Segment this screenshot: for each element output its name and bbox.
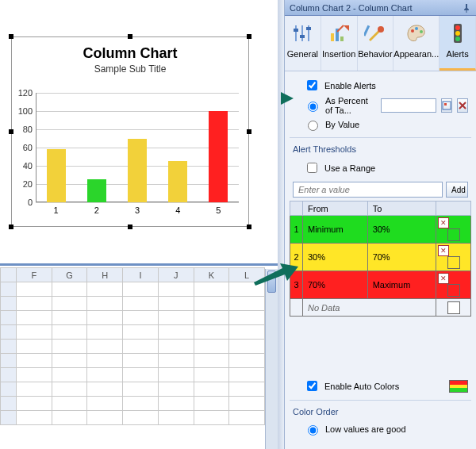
row-header[interactable] (1, 382, 17, 397)
cell[interactable] (123, 282, 159, 297)
cell[interactable] (158, 397, 194, 411)
cell[interactable] (52, 382, 87, 397)
delete-threshold-button[interactable]: ✕ (438, 245, 449, 256)
cell[interactable] (158, 340, 194, 354)
cell[interactable] (158, 411, 194, 425)
cell[interactable] (194, 397, 229, 411)
add-threshold-button[interactable]: Add (446, 182, 468, 198)
color-swatch[interactable] (447, 301, 460, 314)
threshold-row[interactable]: 370%Maximum✕ (290, 271, 471, 299)
cell[interactable] (17, 340, 52, 354)
column-header[interactable]: I (123, 268, 159, 282)
cell[interactable] (229, 368, 265, 382)
cell[interactable] (123, 354, 159, 368)
cell[interactable] (229, 325, 265, 340)
row-header[interactable] (1, 325, 17, 340)
cell[interactable] (52, 340, 87, 354)
cell[interactable] (194, 340, 229, 354)
cell[interactable] (87, 325, 123, 340)
cell[interactable] (123, 297, 159, 311)
tab-behavior[interactable]: Behavior (358, 16, 394, 71)
row-header[interactable] (1, 411, 17, 425)
cell[interactable] (123, 397, 159, 411)
tab-general[interactable]: General (285, 16, 321, 71)
low-good-input[interactable] (308, 425, 318, 436)
mode-percent-radio[interactable]: As Percent of Ta... (293, 94, 468, 117)
cell[interactable] (194, 368, 229, 382)
enable-alerts-checkbox[interactable]: Enable Alerts (293, 76, 468, 94)
selection-handle[interactable] (9, 129, 13, 134)
cell[interactable] (229, 397, 265, 411)
cell[interactable] (123, 411, 159, 425)
column-header[interactable]: F (17, 268, 52, 282)
cell[interactable] (17, 282, 52, 297)
tab-appearance[interactable]: Appearan... (393, 16, 440, 71)
cell[interactable] (87, 382, 123, 397)
row-header[interactable] (1, 282, 17, 297)
cell[interactable] (158, 382, 194, 397)
cell[interactable] (17, 411, 52, 425)
column-chart-object[interactable]: Column Chart Sample Sub Title 0204060801… (11, 36, 249, 227)
cell[interactable] (17, 354, 52, 368)
tab-alerts[interactable]: Alerts (440, 16, 476, 71)
color-swatch[interactable] (447, 256, 460, 269)
low-good-radio[interactable]: Low values are good (293, 421, 468, 437)
cell[interactable] (158, 325, 194, 340)
cell[interactable] (52, 311, 87, 325)
cell[interactable] (52, 411, 87, 425)
cell[interactable] (52, 282, 87, 297)
cell[interactable] (229, 354, 265, 368)
cell[interactable] (52, 354, 87, 368)
mode-percent-input[interactable] (308, 102, 318, 112)
cell[interactable] (194, 297, 229, 311)
cell[interactable] (52, 325, 87, 340)
threshold-row[interactable]: 230%70%✕ (290, 244, 471, 271)
row-header[interactable] (1, 354, 17, 368)
cell[interactable] (17, 325, 52, 340)
selection-handle[interactable] (9, 34, 13, 39)
cell[interactable] (194, 311, 229, 325)
mode-value-input[interactable] (308, 121, 318, 131)
vertical-splitter[interactable] (278, 0, 284, 449)
cell[interactable] (17, 397, 52, 411)
color-swatch[interactable] (447, 228, 460, 241)
selection-handle[interactable] (247, 129, 251, 134)
cell[interactable] (229, 411, 265, 425)
use-range-checkbox[interactable]: Use a Range (293, 159, 468, 177)
pin-icon[interactable] (462, 3, 471, 13)
tab-insertion[interactable]: Insertion (321, 16, 358, 71)
cell[interactable] (194, 325, 229, 340)
enable-auto-colors-checkbox[interactable]: Enable Auto Colors (293, 377, 468, 395)
column-header[interactable]: J (158, 268, 194, 282)
column-header[interactable]: G (52, 268, 87, 282)
cell[interactable] (87, 368, 123, 382)
cell[interactable] (17, 311, 52, 325)
auto-colors-input[interactable] (307, 381, 317, 391)
cell[interactable] (17, 297, 52, 311)
row-header[interactable] (1, 297, 17, 311)
cell[interactable] (52, 297, 87, 311)
enable-alerts-input[interactable] (307, 80, 317, 90)
delete-threshold-button[interactable]: ✕ (438, 273, 449, 284)
spreadsheet[interactable]: FGHIJKL (0, 263, 278, 449)
selection-handle[interactable] (247, 34, 251, 39)
cell[interactable] (229, 340, 265, 354)
cell[interactable] (123, 325, 159, 340)
row-header[interactable] (1, 397, 17, 411)
cell[interactable] (87, 340, 123, 354)
cell[interactable] (158, 368, 194, 382)
range-picker-button[interactable] (441, 98, 452, 113)
cell[interactable] (194, 382, 229, 397)
selection-handle[interactable] (128, 224, 132, 229)
cell[interactable] (87, 397, 123, 411)
cell[interactable] (194, 411, 229, 425)
selection-handle[interactable] (9, 224, 13, 229)
cell[interactable] (229, 297, 265, 311)
selection-handle[interactable] (128, 34, 132, 39)
cell[interactable] (87, 297, 123, 311)
cell[interactable] (158, 354, 194, 368)
use-range-input[interactable] (307, 163, 317, 173)
column-header[interactable]: K (194, 268, 229, 282)
row-header[interactable] (1, 311, 17, 325)
cell[interactable] (229, 311, 265, 325)
